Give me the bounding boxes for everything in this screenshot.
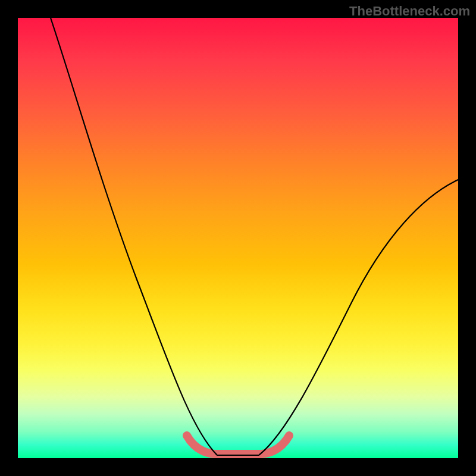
bottleneck-curve-svg [18,18,458,458]
plot-area [18,18,458,458]
highlight-min-region [187,436,289,454]
watermark-text: TheBottleneck.com [349,4,470,19]
curve-line [51,18,458,455]
chart-frame: TheBottleneck.com [0,0,476,476]
